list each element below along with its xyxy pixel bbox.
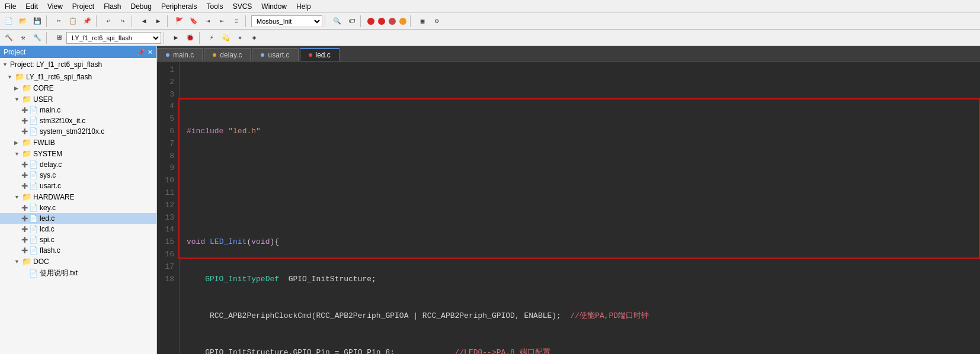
bookmark-btn[interactable]: 🔖: [187, 15, 200, 28]
user-folder-item[interactable]: ▼ 📁 USER: [0, 94, 156, 105]
hardware-folder-item[interactable]: ▼ 📁 HARDWARE: [0, 191, 156, 202]
menu-view[interactable]: View: [43, 1, 68, 12]
expand-user: ▼: [14, 96, 20, 102]
system-sys-item[interactable]: ➕ 📄 sys.c: [0, 170, 156, 181]
flag-btn[interactable]: 🚩: [173, 15, 186, 28]
red-circle: [367, 18, 374, 25]
sep7: [360, 15, 364, 27]
menu-peripherals[interactable]: Peripherals: [156, 1, 202, 12]
ln-8: 8: [162, 150, 174, 163]
doc-manual-item[interactable]: 📄 使用说明.txt: [0, 267, 156, 279]
root-folder-label: LY_f1_rct6_spi_flash: [26, 73, 92, 81]
system-delay-item[interactable]: ➕ 📄 delay.c: [0, 159, 156, 170]
tab-led-c[interactable]: led.c: [300, 48, 340, 61]
menu-svcs[interactable]: SVCS: [228, 1, 257, 12]
monitor-btn[interactable]: ▣: [416, 15, 429, 28]
run-btn[interactable]: ▶: [169, 31, 182, 44]
menu-help[interactable]: Help: [292, 1, 316, 12]
menu-debug[interactable]: Debug: [126, 1, 156, 12]
tab-delay-c[interactable]: delay.c: [204, 48, 251, 61]
menu-project[interactable]: Project: [68, 1, 99, 12]
settings-btn[interactable]: ⚙: [430, 15, 443, 28]
build-btn[interactable]: 🔨: [2, 31, 15, 44]
led-file-icon: 📄: [29, 214, 38, 223]
system-folder-item[interactable]: ▼ 📁 SYSTEM: [0, 148, 156, 159]
code-area[interactable]: 1 2 3 4 5 6 7 8 9 10 11 12 13 14 15 16 1…: [157, 62, 980, 354]
toolbar1: 📄 📂 💾 ✂ 📋 📌 ↩ ↪ ◀ ▶ 🚩 🔖 ⇥ ⇤ ≡ Mosbus_Ini…: [0, 13, 980, 30]
chip-btn[interactable]: 🖥: [52, 31, 65, 44]
menu-flash[interactable]: Flash: [99, 1, 126, 12]
menu-window[interactable]: Window: [257, 1, 292, 12]
debug2-btn[interactable]: 🐞: [184, 31, 197, 44]
search-btn[interactable]: 🔍: [331, 15, 344, 28]
new-btn[interactable]: 📄: [2, 15, 15, 28]
manual-file-icon: 📄: [29, 269, 38, 278]
bookmark2-btn[interactable]: 🏷: [345, 15, 358, 28]
menu-file[interactable]: File: [0, 1, 21, 12]
hw-key-item[interactable]: ➕ 📄 key.c: [0, 202, 156, 213]
system-file-icon: 📄: [29, 127, 38, 136]
expand-main: ➕: [21, 107, 27, 113]
fwd-btn[interactable]: ▶: [152, 15, 165, 28]
expand-delay: ➕: [21, 162, 27, 168]
sep1: [46, 15, 50, 27]
hw-flash-item[interactable]: ➕ 📄 flash.c: [0, 245, 156, 256]
core-folder-item[interactable]: ▶ 📁 CORE: [0, 82, 156, 94]
lcd-c-label: lcd.c: [40, 225, 55, 233]
close-icon[interactable]: ✕: [148, 49, 153, 56]
code-line-5: GPIO_InitTypeDef GPIO_InitStructure;: [187, 273, 973, 286]
fwlib-folder-item[interactable]: ▶ 📁 FWLIB: [0, 137, 156, 148]
flash3-btn[interactable]: 💫: [219, 31, 232, 44]
root-folder-icon: 📁: [15, 72, 24, 81]
ln-1: 1: [162, 64, 174, 76]
outdent-btn[interactable]: ⇤: [216, 15, 229, 28]
back-btn[interactable]: ◀: [137, 15, 150, 28]
align-btn[interactable]: ≡: [230, 15, 243, 28]
cut-btn[interactable]: ✂: [52, 15, 65, 28]
flash4-btn[interactable]: ✦: [233, 31, 246, 44]
ln-12: 12: [162, 199, 174, 212]
code-line-7: GPIO_InitStructure.GPIO_Pin = GPIO_Pin_8…: [187, 347, 973, 354]
open-btn[interactable]: 📂: [17, 15, 30, 28]
project-root-item[interactable]: ▼ Project: LY_f1_rct6_spi_flash: [0, 58, 156, 71]
settings2-btn[interactable]: 🔧: [31, 31, 44, 44]
tab-usart-c[interactable]: usart.c: [252, 48, 298, 61]
hw-lcd-item[interactable]: ➕ 📄 lcd.c: [0, 224, 156, 234]
hw-led-item[interactable]: ➕ 📄 led.c: [0, 213, 156, 224]
core-label: CORE: [33, 84, 54, 92]
indent-btn[interactable]: ⇥: [201, 15, 214, 28]
system-folder-icon: 📁: [22, 149, 31, 158]
pin-icon[interactable]: 📌: [137, 49, 145, 56]
root-folder-item[interactable]: ▼ 📁 LY_f1_rct6_spi_flash: [0, 71, 156, 82]
system-usart-item[interactable]: ➕ 📄 usart.c: [0, 181, 156, 191]
redo-btn[interactable]: ↪: [116, 15, 129, 28]
ln-14: 14: [162, 224, 174, 236]
code-content[interactable]: #include "led.h" void LED_Init(void){ GP…: [180, 62, 980, 354]
flash2-btn[interactable]: ⚡: [205, 31, 218, 44]
paste-btn[interactable]: 📌: [81, 15, 94, 28]
red-circle2: [378, 18, 385, 25]
menu-edit[interactable]: Edit: [21, 1, 43, 12]
tab-delay-dot: [213, 53, 216, 57]
flash5-btn[interactable]: ◈: [248, 31, 261, 44]
usart-file-icon: 📄: [29, 182, 38, 190]
build2-btn[interactable]: ⚒: [17, 31, 30, 44]
menu-tools[interactable]: Tools: [202, 1, 228, 12]
copy-btn[interactable]: 📋: [66, 15, 79, 28]
sidebar-header-icons: 📌 ✕: [137, 49, 153, 56]
user-system-item[interactable]: ➕ 📄 system_stm32f10x.c: [0, 126, 156, 137]
hw-spi-item[interactable]: ➕ 📄 spi.c: [0, 234, 156, 245]
save-btn[interactable]: 💾: [31, 15, 44, 28]
sep2: [96, 15, 100, 27]
undo-btn[interactable]: ↩: [102, 15, 115, 28]
user-stm32-item[interactable]: ➕ 📄 stm32f10x_it.c: [0, 115, 156, 126]
project-dropdown[interactable]: LY_f1_rct6_spi_flash: [66, 32, 161, 44]
expand-spi: ➕: [21, 237, 27, 243]
fwlib-label: FWLIB: [33, 139, 55, 147]
doc-label: DOC: [33, 258, 49, 266]
user-main-item[interactable]: ➕ 📄 main.c: [0, 105, 156, 115]
function-dropdown[interactable]: Mosbus_Init: [251, 15, 322, 27]
ln-7: 7: [162, 138, 174, 150]
tab-main-c[interactable]: main.c: [157, 48, 203, 61]
doc-folder-item[interactable]: ▼ 📁 DOC: [0, 256, 156, 267]
